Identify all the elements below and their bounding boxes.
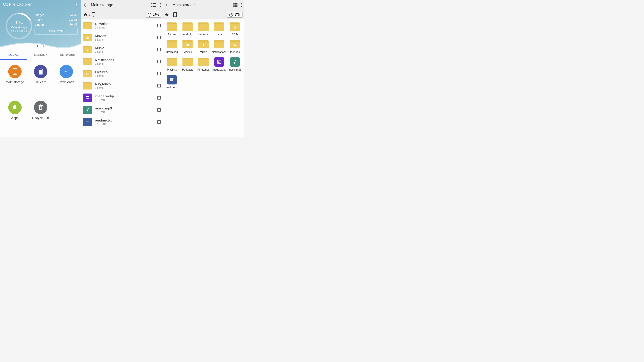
grid-title: Main storage bbox=[172, 3, 233, 7]
home-icon[interactable] bbox=[83, 12, 88, 17]
sd-icon bbox=[34, 65, 47, 78]
breadcrumb: › 17% bbox=[81, 10, 163, 19]
item-icon bbox=[83, 57, 92, 66]
list-item[interactable]: Ringtones0 items bbox=[81, 80, 163, 92]
grid-item[interactable]: image.webp bbox=[212, 57, 227, 71]
image-file-icon bbox=[83, 93, 92, 102]
grid-item[interactable]: data bbox=[212, 22, 227, 36]
list-item[interactable]: Music2 items bbox=[81, 43, 163, 56]
home-grid-item[interactable]: Main storage bbox=[2, 65, 28, 96]
trash-icon bbox=[34, 101, 47, 114]
back-icon[interactable] bbox=[83, 3, 88, 7]
svg-point-49 bbox=[234, 27, 236, 28]
item-name: backups bbox=[198, 33, 208, 36]
svg-rect-35 bbox=[86, 122, 88, 122]
item-name: Pictures bbox=[95, 70, 154, 74]
tab-library[interactable]: LIBRARY bbox=[27, 50, 54, 60]
grid-item[interactable]: backups bbox=[196, 22, 211, 36]
grid-item[interactable]: readme.txt bbox=[164, 75, 180, 89]
checkbox[interactable] bbox=[157, 108, 161, 112]
svg-rect-28 bbox=[87, 27, 88, 27]
checkbox[interactable] bbox=[157, 36, 161, 39]
list-item[interactable]: Pictures8 items bbox=[81, 68, 163, 80]
svg-rect-42 bbox=[236, 4, 238, 5]
grid-item[interactable]: Download bbox=[164, 39, 180, 54]
item-icon bbox=[182, 22, 193, 31]
grid-item[interactable]: Pictures bbox=[228, 39, 242, 54]
home-grid-item[interactable]: Downloads bbox=[54, 65, 79, 96]
list-item[interactable]: readme.txt12.87 KB bbox=[81, 116, 163, 128]
item-icon bbox=[182, 57, 193, 67]
svg-rect-17 bbox=[40, 106, 41, 109]
page-indicator[interactable] bbox=[37, 45, 44, 47]
device-icon[interactable] bbox=[92, 12, 96, 17]
checkbox[interactable] bbox=[157, 60, 161, 63]
checkbox[interactable] bbox=[157, 84, 161, 87]
device-icon bbox=[8, 65, 22, 78]
storage-percent-badge: 17% bbox=[153, 13, 159, 16]
back-icon[interactable] bbox=[165, 3, 170, 7]
grid-item[interactable]: Android bbox=[180, 22, 195, 36]
checkbox[interactable] bbox=[157, 72, 161, 75]
overflow-menu-icon[interactable] bbox=[241, 3, 242, 7]
text-file-icon bbox=[167, 75, 177, 84]
grid-item[interactable]: Podcasts bbox=[180, 57, 195, 71]
item-name: image.webp bbox=[95, 94, 154, 98]
grid-item[interactable]: DCIM bbox=[228, 22, 242, 36]
svg-point-53 bbox=[234, 44, 234, 45]
grid-item[interactable]: Alarms bbox=[164, 22, 180, 36]
storage-ring[interactable]: 17% Main storage 4.5 GB / 26 GB bbox=[5, 12, 33, 40]
svg-point-31 bbox=[87, 74, 87, 74]
svg-rect-34 bbox=[86, 121, 89, 121]
home-icon[interactable] bbox=[164, 12, 170, 17]
svg-rect-21 bbox=[152, 5, 152, 5]
media-label: Audio bbox=[34, 18, 42, 22]
file-grid: AlarmsAndroidbackupsdataDCIMDownloadMovi… bbox=[163, 19, 244, 137]
media-label: Images bbox=[34, 13, 44, 17]
item-icon bbox=[230, 39, 240, 49]
list-item[interactable]: music.mp36.18 MB bbox=[81, 104, 163, 116]
music-file-icon bbox=[230, 57, 240, 67]
app-title: Cx File Explorer bbox=[3, 2, 32, 7]
overflow-menu-icon[interactable] bbox=[74, 2, 78, 6]
grid-item[interactable]: Music bbox=[196, 39, 211, 54]
overflow-menu-icon[interactable] bbox=[160, 3, 161, 7]
storage-badge[interactable]: 17% bbox=[146, 12, 161, 18]
device-icon[interactable] bbox=[173, 12, 177, 17]
item-icon bbox=[83, 21, 92, 30]
list-item[interactable]: Notifications0 items bbox=[81, 56, 163, 68]
item-icon bbox=[166, 75, 178, 84]
tab-local[interactable]: LOCAL bbox=[0, 50, 27, 60]
storage-badge[interactable]: 17% bbox=[227, 12, 242, 18]
tab-network[interactable]: NETWORK bbox=[54, 50, 81, 60]
grid-item[interactable]: music.mp3 bbox=[228, 57, 242, 71]
list-item[interactable]: Movies3 items bbox=[81, 31, 163, 43]
media-label: Videos bbox=[34, 23, 44, 27]
svg-rect-19 bbox=[152, 3, 152, 4]
analyze-button[interactable]: ANALYZE bbox=[34, 28, 78, 35]
grid-item[interactable]: Ringtones bbox=[196, 57, 211, 71]
checkbox[interactable] bbox=[157, 96, 161, 99]
svg-rect-45 bbox=[236, 6, 238, 7]
list-item[interactable]: Download11 items bbox=[81, 19, 163, 31]
item-icon bbox=[83, 93, 92, 102]
grid-item[interactable]: Playlists bbox=[164, 57, 180, 71]
item-name: Podcasts bbox=[182, 68, 193, 71]
storage-size: 4.5 GB / 26 GB bbox=[10, 29, 28, 32]
home-grid-label: Apps bbox=[11, 116, 18, 120]
checkbox[interactable] bbox=[157, 48, 161, 51]
grid-item[interactable]: Notifications bbox=[212, 39, 227, 54]
home-grid-item[interactable]: SD card bbox=[28, 65, 53, 96]
grid-view-icon[interactable] bbox=[233, 3, 238, 7]
item-name: music.mp3 bbox=[228, 68, 241, 71]
item-sub: 0 items bbox=[95, 62, 154, 65]
item-icon bbox=[83, 33, 92, 42]
checkbox[interactable] bbox=[157, 120, 161, 124]
grid-item[interactable]: Movies bbox=[180, 39, 195, 54]
home-grid-item[interactable]: Apps bbox=[2, 101, 28, 132]
checkbox[interactable] bbox=[157, 24, 161, 27]
list-item[interactable]: image.webp6.18 MB bbox=[81, 92, 163, 104]
home-grid-item[interactable]: Recycle Bin bbox=[28, 101, 53, 132]
list-view-icon[interactable] bbox=[152, 3, 156, 7]
svg-point-33 bbox=[87, 97, 87, 98]
